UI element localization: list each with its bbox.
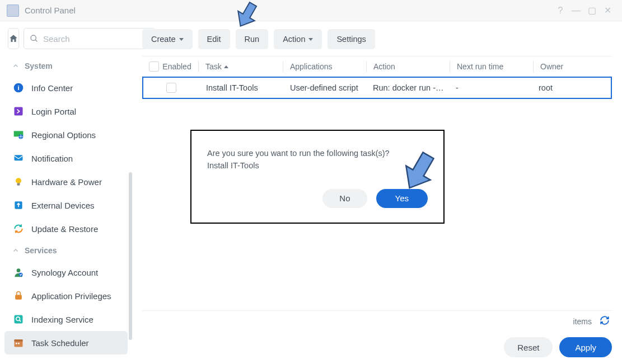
create-button[interactable]: Create: [142, 29, 193, 49]
caret-down-icon: [308, 38, 313, 41]
refresh-button[interactable]: [600, 315, 610, 327]
nav-label: Hardware & Power: [31, 177, 102, 187]
caret-down-icon: [179, 38, 184, 41]
svg-rect-20: [18, 343, 20, 344]
col-next-run[interactable]: Next run time: [450, 62, 533, 71]
reset-button[interactable]: Reset: [504, 337, 553, 357]
nav-task-scheduler[interactable]: Task Scheduler: [4, 331, 128, 354]
nav-label: Application Privileges: [31, 291, 111, 301]
cell-action: Run: docker run -…: [366, 83, 449, 92]
col-label: Task: [205, 62, 222, 71]
col-enabled[interactable]: Enabled: [142, 62, 198, 72]
svg-rect-9: [17, 183, 20, 186]
window-title: Control Panel: [25, 6, 76, 15]
col-label: Next run time: [457, 62, 503, 71]
sidebar: System i Info Center Login Portal Region…: [0, 21, 132, 364]
nav-hardware-power[interactable]: Hardware & Power: [0, 170, 132, 193]
calendar-icon: [12, 337, 25, 349]
nav-label: Task Scheduler: [31, 338, 89, 348]
col-action[interactable]: Action: [367, 62, 450, 71]
svg-point-0: [31, 35, 36, 40]
svg-point-8: [16, 178, 21, 183]
help-button[interactable]: ?: [553, 3, 568, 18]
account-icon: [12, 266, 25, 278]
bulb-icon: [12, 176, 25, 188]
nav-update-restore[interactable]: Update & Restore: [0, 217, 132, 240]
nav-label: Update & Restore: [31, 224, 98, 234]
dialog-no-button[interactable]: No: [322, 189, 367, 208]
nav-label: Info Center: [31, 83, 73, 93]
col-task[interactable]: Task: [199, 62, 283, 71]
dialog-task-name: Install IT-Tools: [207, 160, 428, 172]
update-icon: [12, 223, 25, 235]
confirm-dialog: Are you sure you want to run the followi…: [190, 130, 445, 224]
svg-rect-18: [15, 339, 23, 341]
svg-rect-13: [15, 295, 22, 299]
section-services[interactable]: Services: [0, 240, 132, 261]
minimize-button[interactable]: —: [568, 3, 584, 18]
svg-line-1: [35, 40, 37, 41]
svg-rect-14: [15, 315, 23, 324]
nav-label: Login Portal: [31, 107, 76, 116]
items-label: items: [573, 317, 592, 326]
col-label: Action: [373, 62, 395, 71]
action-button[interactable]: Action: [274, 29, 322, 49]
action-footer: Reset Apply: [142, 332, 612, 357]
svg-text:i: i: [17, 84, 19, 91]
section-label: System: [25, 62, 53, 70]
run-button[interactable]: Run: [236, 29, 269, 49]
button-label: Action: [283, 35, 305, 44]
nav-notification[interactable]: Notification: [0, 146, 132, 170]
nav-label: External Devices: [31, 201, 95, 210]
close-button[interactable]: ✕: [600, 3, 615, 18]
nav-login-portal[interactable]: Login Portal: [0, 100, 132, 123]
apply-button[interactable]: Apply: [559, 337, 612, 357]
nav-label: Notification: [31, 154, 73, 163]
col-label: Enabled: [162, 62, 191, 71]
dialog-message: Are you sure you want to run the followi…: [207, 148, 428, 160]
app-icon: [7, 4, 19, 17]
edit-button[interactable]: Edit: [198, 29, 230, 49]
nav-regional-options[interactable]: Regional Options: [0, 123, 132, 146]
refresh-icon: [600, 315, 610, 325]
table-header: Enabled Task Applications Action Next ru…: [142, 56, 612, 77]
toolbar: Create Edit Run Action Settings: [142, 29, 612, 49]
section-label: Services: [25, 246, 57, 255]
section-system[interactable]: System: [0, 56, 132, 76]
chevron-up-icon: [12, 247, 19, 254]
select-all-checkbox[interactable]: [149, 62, 159, 72]
chevron-up-icon: [12, 63, 19, 69]
nav-label: Regional Options: [31, 130, 96, 140]
sort-asc-icon: [224, 65, 228, 68]
search-service-icon: [12, 313, 25, 325]
external-icon: [12, 199, 25, 211]
lock-icon: [12, 290, 25, 302]
row-checkbox[interactable]: [166, 83, 176, 93]
col-owner[interactable]: Owner: [534, 62, 612, 71]
col-label: Applications: [290, 62, 333, 71]
nav-indexing-service[interactable]: Indexing Service: [0, 308, 132, 331]
nav-external-devices[interactable]: External Devices: [0, 193, 132, 217]
cell-next-run: -: [449, 83, 532, 92]
svg-point-11: [17, 268, 21, 272]
svg-rect-7: [15, 155, 23, 160]
notification-icon: [12, 152, 25, 164]
nav-synology-account[interactable]: Synology Account: [0, 261, 132, 284]
dialog-yes-button[interactable]: Yes: [376, 189, 428, 208]
svg-rect-19: [16, 343, 17, 344]
globe-icon: [12, 129, 25, 141]
col-applications[interactable]: Applications: [283, 62, 366, 71]
svg-rect-4: [15, 107, 23, 116]
nav-application-privileges[interactable]: Application Privileges: [0, 284, 132, 308]
home-button[interactable]: [8, 28, 19, 49]
maximize-button[interactable]: ▢: [584, 3, 600, 18]
home-icon: [8, 34, 18, 44]
nav-info-center[interactable]: i Info Center: [0, 76, 132, 100]
table-footer: items: [142, 310, 612, 332]
table-row[interactable]: Install IT-Tools User-defined script Run…: [142, 77, 612, 99]
cell-task: Install IT-Tools: [199, 83, 283, 92]
portal-icon: [12, 105, 25, 117]
settings-button[interactable]: Settings: [328, 29, 375, 49]
info-icon: i: [12, 82, 25, 94]
titlebar: Control Panel ? — ▢ ✕: [0, 0, 622, 21]
